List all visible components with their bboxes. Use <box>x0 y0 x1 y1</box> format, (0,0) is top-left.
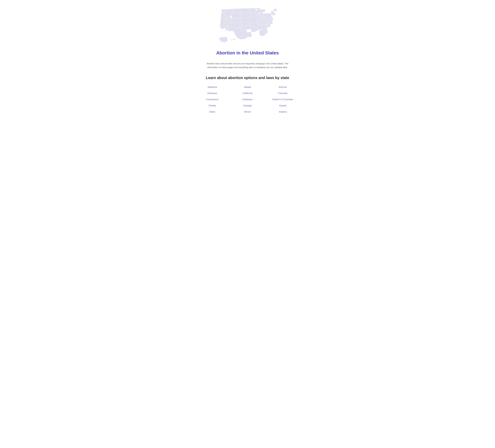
state-link[interactable]: California <box>233 91 262 95</box>
state-link[interactable]: Connecticut <box>197 98 227 101</box>
state-link[interactable]: Hawaii <box>268 104 298 108</box>
state-link[interactable]: Georgia <box>233 104 262 108</box>
state-link[interactable]: Indiana <box>268 110 298 114</box>
subtitle-text: Abortion laws and provider services are … <box>204 62 291 69</box>
state-link[interactable]: Florida <box>197 104 227 108</box>
us-map <box>210 5 285 49</box>
map-section: Abortion in the United States <box>202 5 293 59</box>
state-link[interactable]: Alabama <box>197 85 227 89</box>
state-link[interactable]: Colorado <box>268 91 298 95</box>
page-title: Abortion in the United States <box>216 50 279 56</box>
section-heading: Learn about abortion options and laws by… <box>206 76 289 80</box>
state-link[interactable]: Alaska <box>233 85 262 89</box>
state-link[interactable]: Arkansas <box>197 91 227 95</box>
states-grid: AlabamaAlaskaArizonaArkansasCaliforniaCo… <box>197 85 298 114</box>
state-link[interactable]: Delaware <box>233 98 262 101</box>
state-link[interactable]: Illinois <box>233 110 262 114</box>
state-link[interactable]: Arizona <box>268 85 298 89</box>
state-link[interactable]: Idaho <box>197 110 227 114</box>
state-link[interactable]: District of Columbia <box>268 98 298 101</box>
